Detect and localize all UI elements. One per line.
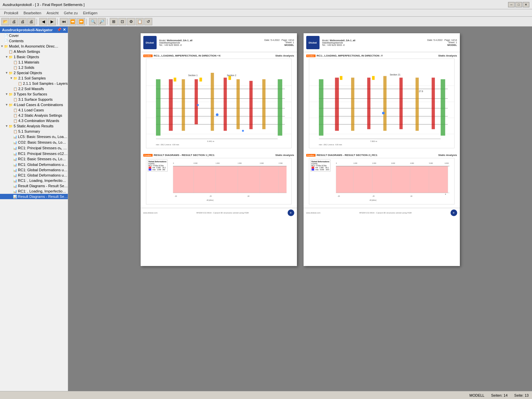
window-title: Ausdruckprotokoll - [ 3 - Final Report S… xyxy=(3,3,84,7)
svg-rect-59 xyxy=(351,77,354,131)
expander-load-cases[interactable]: ▼ xyxy=(5,103,9,107)
expander-result-diagrams1 xyxy=(9,184,13,188)
sidebar-close-icon[interactable]: ✕ xyxy=(63,28,66,32)
sidebar-item-contents[interactable]: 📄Contents xyxy=(0,38,68,44)
print-button[interactable]: 🖨 xyxy=(10,18,18,25)
sidebar-item-cover[interactable]: 📄Cover xyxy=(0,33,68,38)
sidebar-pin-icon[interactable]: 📌 xyxy=(57,28,62,32)
sidebar-item-rc1-principal-stress[interactable]: 📊RC1: Principal Stresses σ₂, Loadin... xyxy=(0,145,68,151)
svg-text:2.000: 2.000 xyxy=(260,163,264,164)
zoom-out-button[interactable]: 🔍 xyxy=(89,18,97,25)
maximize-button[interactable]: □ xyxy=(515,2,522,7)
fit-button[interactable]: ⊞ xyxy=(110,18,118,25)
sidebar-item-soil-samples[interactable]: ▼📁2.1 Soil Samples xyxy=(0,75,68,81)
zoom-in-button[interactable]: 🔎 xyxy=(98,18,106,25)
tree-label-static-results: 5 Static Analysis Results xyxy=(14,124,54,128)
prev-button[interactable]: ⏪ xyxy=(68,18,76,25)
back-button[interactable]: ◀ xyxy=(39,18,47,25)
tree-icon-special-objects: 📁 xyxy=(9,71,13,75)
sidebar-item-rc1-deform-u2[interactable]: 📊RC1: Global Deformations u2, Loa... xyxy=(0,162,68,167)
svg-text:Section 21: Section 21 xyxy=(390,73,400,76)
forward-button[interactable]: ▶ xyxy=(48,18,56,25)
svg-rect-68 xyxy=(372,76,374,80)
tree-label-load-cases: 4 Load Cases & Combinations xyxy=(14,103,63,107)
sidebar-item-mesh[interactable]: 📋A Mesh Settings xyxy=(0,49,68,54)
tree-label-surface-supports: 3.1 Surface Supports xyxy=(18,97,53,101)
expander-rc1-deform-u2b xyxy=(9,168,13,172)
svg-text:27.6: 27.6 xyxy=(419,90,423,92)
sidebar-item-rc1-loading2[interactable]: 📊RC1: , Loading, Imperfections, I... xyxy=(0,189,68,194)
result-svg-13: 0 0.500 1.000 1.500 2.000 2.500 xyxy=(146,158,291,204)
tree-icon-soil-samples-layers: 📋 xyxy=(18,82,22,85)
svg-text:▲: ▲ xyxy=(445,193,446,195)
sidebar-header-icons[interactable]: 📌 ✕ xyxy=(57,28,66,32)
svg-text:min: -29.2 | min-e: -0.8 mm: min: -29.2 | min-e: -0.8 mm xyxy=(319,144,342,146)
sidebar-item-static-results[interactable]: ▼📁5 Static Analysis Results xyxy=(0,123,68,129)
svg-rect-60 xyxy=(367,77,370,129)
structure-svg-14: Section 21 27.6 7.820 m min: -29.2 | min… xyxy=(309,59,454,148)
expander-types-surfaces[interactable]: ▼ xyxy=(5,92,9,96)
sidebar-item-special-objects[interactable]: ▼📁2 Special Objects xyxy=(0,70,68,75)
tree-label-contents: Contents xyxy=(9,39,24,43)
sidebar-item-result-diagrams2[interactable]: 📊Result Diagrams - Result Section ... xyxy=(0,194,68,199)
sidebar-item-surface-supports[interactable]: 📋3.1 Surface Supports xyxy=(0,97,68,102)
tree-label-result-diagrams1: Result Diagrams - Result Section ... xyxy=(18,184,68,188)
expander-basic-objects[interactable]: ▼ xyxy=(5,55,9,59)
svg-text:5.000: 5.000 xyxy=(429,163,433,164)
svg-text:6.000: 6.000 xyxy=(445,163,449,164)
sidebar-item-static-analysis-settings[interactable]: 📋4.2 Static Analysis Settings xyxy=(0,113,68,118)
sidebar-item-rc1-deform-u2b[interactable]: 📊RC1: Global Deformations u2, Loa... xyxy=(0,167,68,173)
menu-protokoll[interactable]: Protokoll xyxy=(1,10,21,16)
sidebar-item-materials[interactable]: 📋1.1 Materials xyxy=(0,60,68,65)
sidebar-item-rc1-basic-stress[interactable]: 📊RC1: Basic Stresses σ₂, Loading, ... xyxy=(0,156,68,162)
settings-button[interactable]: ⚙ xyxy=(127,18,135,25)
tree-label-materials: 1.1 Materials xyxy=(18,60,39,64)
sidebar-item-load-cases-item[interactable]: 📋4.1 Load Cases xyxy=(0,107,68,113)
menu-gehe-zu[interactable]: Gehe zu xyxy=(61,10,80,16)
sidebar-item-rc1-loading1[interactable]: 📊RC1: , Loading, Imperfections, I... xyxy=(0,178,68,183)
close-button[interactable]: ✕ xyxy=(523,2,529,7)
next-button[interactable]: ⏩ xyxy=(77,18,85,25)
expander-static-results[interactable]: ▼ xyxy=(5,124,9,128)
first-button[interactable]: ⏮ xyxy=(60,18,68,25)
export-button[interactable]: 📋 xyxy=(136,18,144,25)
svg-text:Section 2: Section 2 xyxy=(227,74,236,76)
sidebar-item-lc5[interactable]: 📊LC5: Basic Stresses σ₂, Loading, I... xyxy=(0,134,68,140)
svg-text:Section 1: Section 1 xyxy=(188,74,197,76)
menu-bearbeiten[interactable]: Bearbeiten xyxy=(21,10,44,16)
sidebar-item-types-surfaces[interactable]: ▼📁3 Types for Surfaces xyxy=(0,91,68,97)
print2-button[interactable]: 🖨 xyxy=(19,18,27,25)
expander-soil-samples[interactable]: ▼ xyxy=(9,76,13,80)
sidebar-item-basic-objects[interactable]: ▼📁1 Basic Objects xyxy=(0,54,68,60)
view-button[interactable]: ⊡ xyxy=(118,18,126,25)
sidebar-item-rc1-principal-stress123[interactable]: 📊RC1: Principal Stresses σ123, Loa... xyxy=(0,151,68,156)
expander-static-analysis-settings xyxy=(9,113,13,117)
tree-icon-rc1-deform-u2b: 📊 xyxy=(13,168,17,172)
sidebar-item-soil-samples-layers[interactable]: 📋2.1.1 Soil Samples - Layers xyxy=(0,81,68,86)
sidebar-item-rc1-deform-u2c[interactable]: 📊RC1: Global Deformations u2, Loa... xyxy=(0,173,68,178)
sidebar-item-solids[interactable]: 📋1.2 Solids xyxy=(0,65,68,70)
open-button[interactable]: 📂 xyxy=(1,18,9,25)
refresh-button[interactable]: ↺ xyxy=(144,18,152,25)
svg-rect-64 xyxy=(432,77,435,129)
minimize-button[interactable]: ─ xyxy=(508,2,515,7)
sidebar-item-result-diagrams1[interactable]: 📊Result Diagrams - Result Section ... xyxy=(0,183,68,189)
tree-icon-result-diagrams1: 📊 xyxy=(13,184,17,188)
svg-text:1.000: 1.000 xyxy=(353,163,357,164)
expander-special-objects[interactable]: ▼ xyxy=(5,71,9,75)
svg-rect-9 xyxy=(169,79,173,131)
tree-icon-rc1-loading1: 📊 xyxy=(13,179,17,183)
svg-rect-82 xyxy=(336,166,448,193)
window-controls[interactable]: ─ □ ✕ xyxy=(508,2,529,7)
expander-materials xyxy=(9,60,13,64)
sidebar-item-load-cases[interactable]: ▼📁4 Load Cases & Combinations xyxy=(0,102,68,107)
sidebar-item-combination-wizards[interactable]: 📋4.3 Combination Wizards xyxy=(0,118,68,123)
menu-einfuegen[interactable]: Einfügen xyxy=(80,10,100,16)
print3-button[interactable]: 🖨 xyxy=(27,18,35,25)
sidebar-item-soil-massifs[interactable]: 📋2.2 Soil Massifs xyxy=(0,86,68,91)
sidebar-item-summary[interactable]: 📋5.1 Summary xyxy=(0,129,68,134)
expander-model[interactable]: ▼ xyxy=(0,44,4,48)
sidebar-item-co2[interactable]: 📊CO2: Basic Stresses σ₂, Loading, ... xyxy=(0,140,68,145)
menu-ansicht[interactable]: Ansicht xyxy=(44,10,61,16)
sidebar-item-model[interactable]: ▼📁Model, In Axonometric Direction by Def… xyxy=(0,44,68,49)
